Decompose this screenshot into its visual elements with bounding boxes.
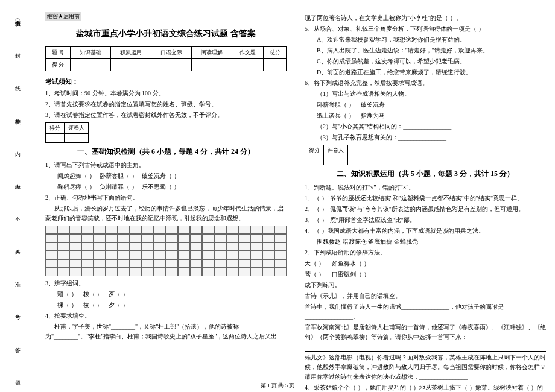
mini-header: 评卷人: [65, 123, 89, 134]
blank-line: [305, 343, 546, 352]
mini-cell: [65, 134, 89, 143]
q2-3-text3: 官军收河南河北》是唐朝诗人杜甫写的一首诗，他还写了《春夜喜雨》、《江畔独》、《绝…: [305, 323, 546, 342]
q2-1-item: 2、（ ）"侃侃而谈"与"夸夸其谈"所表达的内涵虽感情色彩是有差别的，但可通用。: [305, 204, 546, 214]
question-1-2: 2、正确、匀称地书写下面的语句。: [45, 193, 287, 203]
mini-cell: [305, 156, 324, 165]
q1-3-item: 棵（ ）: [57, 302, 77, 308]
q1-5-opt: B、病人出院了。医生边走边说："请走好，"请走好，欢迎再来。: [305, 46, 546, 55]
q1-3-row: 棵（ ） 棱（ ） 夕（ ）: [45, 300, 287, 310]
q2-3-text2: 首诗中，我们懂得了诗人一生的遗憾________________，他对孩子的嘱咐…: [305, 302, 546, 321]
q1-1-item: 卧薪尝胆（ ）: [100, 172, 138, 179]
q2-3-text1: 古诗《示儿》，并用自己的话填空。: [305, 291, 546, 301]
q1-5-opt: D、前面的道路正在施工，给您带来麻烦了，请绕道行驶。: [305, 68, 546, 77]
q1-5-opt: A、欢迎常来我校参观学习，我想这对你们是很有益的。: [305, 35, 546, 45]
q1-3-item: 歹（ ）: [109, 291, 128, 297]
q1-6-item: 卧薪尝胆（ ）: [317, 101, 355, 108]
score-table: 题 号 知识基础 积累运用 口语交际 阅读理解 作文题 总分 得 分: [45, 46, 287, 71]
notice-heading: 考试须知：: [45, 77, 287, 86]
q2-2-row: 天（ ） 如鱼得水（ ）: [305, 259, 546, 268]
section1-title: 一、基础知识检测（共 6 小题，每题 4 分，共计 24 分）: [45, 147, 287, 157]
score-cell: [192, 59, 232, 71]
table-row: 得 分: [46, 59, 287, 71]
q2-2-row: 莺（ ） 口蜜腹剑（ ）: [305, 270, 546, 279]
question-1-4: 4、按要求填空。: [45, 311, 287, 321]
q1-6-item: 纸上谈兵（ ）: [317, 112, 355, 119]
q1-6-sub1: （1）写出与这些成语相关的人物。: [305, 89, 546, 99]
notice-item: 3、请在试卷指定位置作答，在试卷密封线外作答无效，不予评分。: [45, 110, 287, 120]
score-cell: [71, 59, 111, 71]
q1-1-item: 闻鸡起舞（ ）: [57, 172, 95, 179]
question-1-1: 1、请写出下列古诗或成语中的主角。: [45, 160, 287, 170]
question-2-2: 2、下列成语所用的修辞方法。: [305, 248, 546, 258]
q1-6-sub3: （3）与孔子教育思想有关的：________________: [305, 133, 546, 142]
q2-2-item: 莺（ ）: [305, 271, 325, 277]
q1-3-item: 梭（ ）: [83, 291, 103, 297]
q1-1-item: 鞠躬尽瘁（ ）: [57, 183, 95, 190]
q2-2-item: 天（ ）: [305, 260, 325, 267]
score-header: 总分: [264, 47, 287, 59]
page-footer: 第 1 页 共 5 页: [0, 382, 555, 390]
q1-2-text: 从那以后，漫长的岁月过去了，经历的事情许多也已淡忘，而少年时代生活的情景，启蒙老…: [45, 204, 287, 223]
score-cell: [264, 59, 287, 71]
writing-grid: [45, 226, 287, 276]
q1-5-opt: C、你的成绩虽然差，这次考得可以，希望少犯老毛病。: [305, 57, 546, 66]
q1-1-item: 破釜沉舟（ ）: [142, 172, 180, 179]
score-header: 作文题: [232, 47, 264, 59]
mini-header: 评卷人: [324, 145, 348, 156]
grader-table-2: 得分评卷人: [305, 145, 348, 165]
question-1-6: 6、将下列成语补充完整，然后按要求写成语。: [305, 78, 546, 88]
question-1-5: 5、从场合、对象、礼貌三个角度分析，下列语句得体的一项是（ ）: [305, 24, 546, 34]
score-header: 积累运用: [111, 47, 151, 59]
q2-1-item: 1、（ ）"爷爷的腰板还比较结实"和"这塑料袋一点都不结实"中的"结实"意思一样…: [305, 194, 546, 203]
q1-6-sub2: （2）与"小心翼翼"结构相同的：________________: [305, 122, 546, 131]
grader-table: 得分评卷人: [45, 122, 89, 143]
q1-1-row: 鞠躬尽瘁（ ） 负荆请罪（ ） 乐不思蜀（ ）: [45, 182, 287, 192]
r-top-text: 现了两位著名诗人，在文学史上被称为"小李杜"的是（ ）。: [305, 13, 546, 23]
q1-1-item: 负荆请罪（ ）: [100, 183, 138, 190]
score-cell: [151, 59, 192, 71]
right-column: 现了两位著名诗人，在文学史上被称为"小李杜"的是（ ）。 5、从场合、对象、礼貌…: [296, 0, 555, 392]
table-row: 题 号 知识基础 积累运用 口语交际 阅读理解 作文题 总分: [46, 47, 287, 59]
left-column: 绝密★启用前 盐城市重点小学小升初语文综合练习试题 含答案 题 号 知识基础 积…: [36, 0, 296, 392]
mini-header: 得分: [305, 145, 324, 156]
q2-3-text4: 雄儿女》这部电影（电视）你看过吗？面对敌众我寡，英雄王成在阵地上只剩下一个人的时…: [305, 353, 546, 382]
score-header: 阅读理解: [192, 47, 232, 59]
section2-title: 二、知识积累运用（共 5 小题，每题 3 分，共计 15 分）: [305, 169, 546, 179]
mini-header: 得分: [46, 123, 65, 134]
score-row-label: 得 分: [46, 59, 71, 71]
q1-1-row: 闻鸡起舞（ ） 卧薪尝胆（ ） 破釜沉舟（ ）: [45, 171, 287, 181]
question-1-3: 3、辨字组词。: [45, 279, 287, 288]
q1-1-item: 乐不思蜀（ ）: [142, 183, 180, 190]
notice-item: 2、请首先按要求在试卷的指定位置填写您的姓名、班级、学号。: [45, 100, 287, 109]
score-header: 口语交际: [151, 47, 192, 59]
q1-6-item: 指鹿为马: [361, 112, 385, 119]
score-header: 知识基础: [71, 47, 111, 59]
q1-6-row: 纸上谈兵（ ） 指鹿为马: [305, 111, 546, 121]
q1-3-item: 夕（ ）: [109, 302, 128, 308]
q1-3-item: 棱（ ）: [83, 302, 103, 308]
score-cell: [232, 59, 264, 71]
question-2-3: 成下列练习。: [305, 280, 546, 290]
confidential-label: 绝密★启用前: [45, 12, 81, 21]
q2-1-item: 3、（ ）"鹿"用部首查字法应该查"比"部。: [305, 215, 546, 225]
q1-3-row: 颗（ ） 梭（ ） 歹（ ）: [45, 289, 287, 299]
score-cell: [111, 59, 151, 71]
q1-6-item: 破釜沉舟: [361, 101, 385, 108]
question-2-1: 1、判断题。说法对的打"√"，错的打"×"。: [305, 183, 546, 192]
notice-item: 1、考试时间：90 分钟。本卷满分为 100 分。: [45, 89, 287, 98]
q1-4-text: 杜甫，字子美，世称"________"，又称"杜工部"（拾遗），他的诗被称为"_…: [45, 322, 287, 341]
mini-cell: [46, 134, 65, 143]
q1-6-row: 卧薪尝胆（ ） 破釜沉舟: [305, 100, 546, 110]
q2-2-item: 如鱼得水（ ）: [332, 260, 370, 267]
mini-cell: [324, 156, 348, 165]
q1-3-item: 颗（ ）: [57, 291, 77, 297]
q2-1-item: 4、（ ）我国成语大都有丰富的内涵，下面成语就是谈的用兵之法。: [305, 226, 546, 236]
exam-title: 盐城市重点小学小升初语文综合练习试题 含答案: [45, 28, 287, 39]
binding-margin: 乡镇（街道） 封 线 学校 内 班级 不 姓名 准 考号 答 题: [0, 0, 36, 392]
q2-2-item: 口蜜腹剑（ ）: [332, 271, 370, 277]
score-header: 题 号: [46, 47, 71, 59]
q2-1-line: 围魏救赵 暗渡陈仓 釜底抽薪 金蝉脱壳: [305, 237, 546, 247]
